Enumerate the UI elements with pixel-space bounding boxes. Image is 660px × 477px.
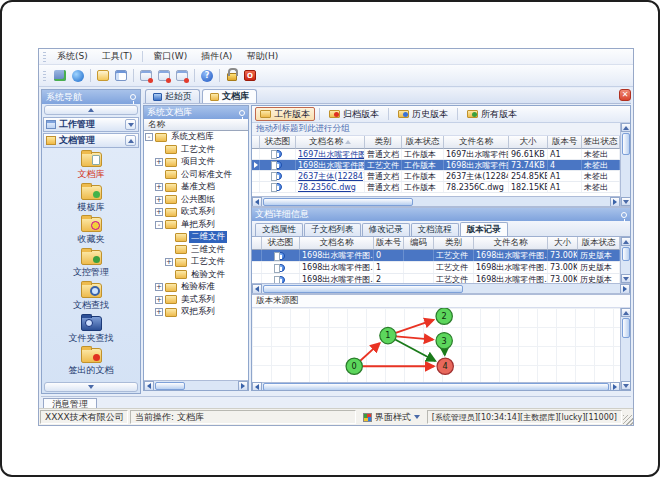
grid-horizontal-scrollbar[interactable] [252,196,620,206]
version-row[interactable]: 1698出水嘴零件图.dwg 0 工艺文件 1698出水嘴零件图.dwg 73.… [252,250,620,262]
tree-item[interactable]: 公司标准文件 [144,169,248,182]
version-row[interactable]: 1698出水嘴零件图.dwg 2 工艺文件 1698出水嘴零件图.dwg 73.… [252,274,620,283]
menu-item[interactable]: 窗口(W) [146,49,194,64]
detail-horizontal-scrollbar[interactable] [252,283,630,293]
tree-column-header[interactable]: 名称 [144,119,248,131]
menu-item[interactable]: 插件(A) [194,49,239,64]
interface-style-dropdown[interactable]: 界面样式 [358,410,425,424]
tree-expander-icon[interactable]: + [165,258,173,266]
column-header[interactable]: 大小 [509,136,548,149]
tree-expander-icon[interactable]: + [155,196,163,204]
detail-tab[interactable]: 文档流程 [411,223,459,236]
tree-item[interactable]: + 欧式系列 [144,206,248,219]
tree-item[interactable]: 检验文件 [144,269,248,282]
document-row[interactable]: 2637主体(12284).dwg 普通文档 工作版本 2637主体(12284… [252,171,620,182]
column-header[interactable]: 版本号 [548,136,582,149]
tree-expander-icon[interactable]: + [155,296,163,304]
tree-expander-icon[interactable]: + [155,208,163,216]
grid-vertical-scrollbar[interactable] [620,123,630,206]
scroll-thumb[interactable] [622,247,630,261]
interface-style-icon[interactable] [52,68,68,84]
tree-item[interactable]: + 双把系列 [144,306,248,319]
column-header[interactable]: 版本状态 [578,237,620,250]
history-version-button[interactable]: 历史版本 [393,107,453,121]
menubar-grip[interactable] [43,52,46,62]
document-name-link[interactable]: 1698出水嘴零件图.dwg [296,160,365,170]
sidebar-group-work-management[interactable]: 工作管理 [43,117,139,132]
group-by-hint[interactable]: 拖动列标题到此进行分组 [252,123,620,136]
menu-item[interactable]: 工具(T) [95,49,140,64]
menu-item[interactable]: 帮助(H) [239,49,285,64]
pin-icon[interactable] [130,94,136,100]
document-window-icon[interactable] [95,68,111,84]
sidebar-scroll-up[interactable] [44,105,138,115]
delete-message-icon[interactable] [174,68,190,84]
document-name-link[interactable]: 78.2356C.dwg [296,182,365,192]
column-header-sorted[interactable]: 文档名称 [296,136,365,149]
help-icon[interactable] [199,68,215,84]
detail-tab[interactable]: 子文档列表 [304,223,361,236]
version-row[interactable]: 1698出水嘴零件图.dwg 1 工艺文件 1698出水嘴零件图.dwg 73.… [252,262,620,274]
sidebar-item[interactable]: 文控管理 [73,250,109,279]
tree-expander-icon[interactable]: + [155,183,163,191]
tab-start-page[interactable]: 起始页 [145,89,200,103]
detail-vertical-scrollbar[interactable] [620,237,630,283]
document-row[interactable]: 1698出水嘴零件图.dwg 工艺文件 工作版本 1698出水嘴零件图.dwg … [252,160,620,171]
column-header[interactable]: 编码 [404,237,434,250]
column-header[interactable]: 大小 [548,237,578,250]
graph-vertical-scrollbar[interactable] [620,308,630,390]
tree-item[interactable]: + 项目文件 [144,156,248,169]
toolbar-grip[interactable] [43,71,46,81]
sidebar-item[interactable]: 收藏夹 [78,217,105,246]
tree-item[interactable]: + 检验标准 [144,281,248,294]
close-tab-button[interactable]: ✕ [619,89,631,101]
detail-tab[interactable]: 文档属性 [255,223,303,236]
resize-grip[interactable] [623,415,633,425]
chevron-up-button[interactable] [125,135,136,146]
tab-document-library[interactable]: 文档库 [202,89,257,103]
tree-item[interactable]: + 美式系列 [144,294,248,307]
chevron-down-button[interactable] [125,119,136,130]
document-name-link[interactable]: 1697出水嘴零件图.dwg [296,149,365,159]
tree-item[interactable]: 三维文件 [144,244,248,257]
column-header[interactable]: 文档名称 [300,237,374,250]
graph-horizontal-scrollbar[interactable] [252,382,620,390]
version-graph[interactable]: 01234 [252,308,620,382]
document-name-link[interactable]: 2637主体(12284).dwg [296,171,365,181]
tree-item[interactable]: - 单把系列 [144,219,248,232]
tree-item[interactable]: + 基准文档 [144,181,248,194]
menu-item[interactable]: 系统(S) [50,49,95,64]
scroll-thumb[interactable] [622,318,630,338]
tree-item[interactable]: 二维文件 [144,231,248,244]
exit-system-icon[interactable] [242,68,258,84]
pin-icon[interactable] [239,110,245,116]
column-header[interactable]: 状态图 [262,237,300,250]
sidebar-item[interactable]: 文档库 [78,152,105,181]
menu-item[interactable] [142,51,143,62]
column-header[interactable]: 类别 [365,136,402,149]
scroll-thumb[interactable] [263,285,463,293]
scroll-thumb[interactable] [622,133,630,155]
column-header[interactable]: 文件名称 [474,237,548,250]
column-header[interactable]: 版本状态 [402,136,444,149]
scroll-thumb[interactable] [263,198,413,206]
open-message-icon[interactable] [156,68,172,84]
tree-item[interactable]: + 工艺文件 [144,256,248,269]
lock-icon[interactable] [224,68,240,84]
tree-expander-icon[interactable]: - [155,221,163,229]
tree-item[interactable]: + 公共图纸 [144,194,248,207]
sidebar-item[interactable]: 文档查找 [73,283,109,312]
scroll-thumb[interactable] [155,382,185,390]
sidebar-item[interactable]: 签出的文档 [69,348,114,377]
new-message-icon[interactable] [138,68,154,84]
tree-expander-icon[interactable]: + [155,283,163,291]
column-header[interactable]: 版本号 [374,237,404,250]
tree-horizontal-scrollbar[interactable] [144,380,248,390]
column-header[interactable]: 状态图 [260,136,296,149]
sidebar-group-document-management[interactable]: 文档管理 [43,133,139,148]
column-header[interactable]: 文件名称 [444,136,509,149]
column-header[interactable]: 签出状态 [582,136,620,149]
sidebar-scroll-down[interactable] [44,382,138,392]
detail-tab[interactable]: 版本记录 [460,222,508,236]
pin-icon[interactable] [621,212,627,218]
